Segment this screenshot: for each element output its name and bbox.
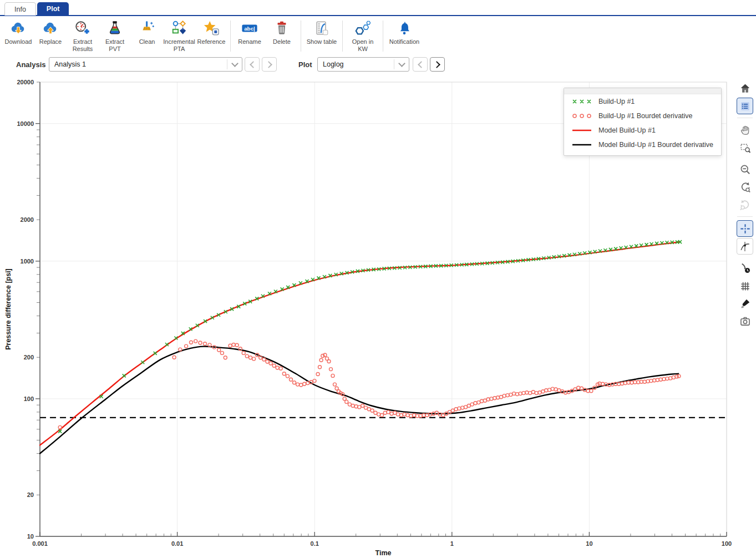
svg-text:Time: Time — [376, 549, 392, 557]
toolbar-separator — [342, 21, 343, 52]
flask-icon — [106, 20, 123, 37]
zoom-box-tool-button[interactable] — [737, 139, 753, 156]
tab-plot[interactable]: Plot — [37, 2, 69, 15]
plot-prev-button[interactable] — [413, 57, 428, 72]
chevron-right-icon — [265, 61, 272, 68]
svg-text:1: 1 — [450, 540, 454, 547]
analysis-next-button[interactable] — [262, 57, 277, 72]
home-icon — [739, 83, 751, 94]
redo-zoom-icon — [739, 199, 751, 211]
marquee-zoom-icon — [739, 142, 751, 154]
snapshot-tool-button[interactable] — [737, 313, 753, 329]
notification-button[interactable]: Notification — [386, 18, 423, 45]
legend-item-model[interactable]: Model Build-Up #1 — [564, 123, 721, 138]
extract-results-label: Extract Results — [67, 38, 99, 53]
legend-item-buildup[interactable]: Build-Up #1 — [564, 94, 721, 109]
svg-text:10000: 10000 — [17, 120, 34, 127]
svg-text:100: 100 — [722, 540, 732, 547]
show-table-button[interactable]: Show table — [304, 18, 339, 45]
svg-text:10: 10 — [586, 540, 592, 547]
svg-text:10: 10 — [27, 533, 34, 540]
extract-pvt-label: Extract PVT — [99, 38, 131, 53]
time-marker-tool-button[interactable] — [737, 260, 753, 276]
rename-abc-icon: abc| — [241, 20, 258, 37]
legend-marker-line-icon — [571, 142, 593, 148]
plot-label: Plot — [298, 60, 312, 69]
svg-text:2000: 2000 — [21, 216, 34, 223]
chevron-left-icon — [418, 61, 425, 68]
chevron-right-icon — [433, 61, 440, 68]
svg-text:abc|: abc| — [244, 26, 255, 32]
star-badge-icon — [203, 20, 220, 37]
tangent-tool-button[interactable] — [737, 238, 753, 255]
zoom-undo-tool-button[interactable] — [737, 179, 753, 195]
toolbar-separator — [383, 21, 383, 52]
extract-pvt-button[interactable]: Extract PVT — [99, 18, 131, 53]
download-label: Download — [2, 38, 34, 45]
home-tool-button[interactable] — [737, 80, 753, 97]
tools-separator — [737, 118, 753, 118]
table-curve-icon — [313, 20, 330, 37]
legend-tool-button[interactable] — [737, 98, 753, 114]
pan-tool-button[interactable] — [737, 121, 753, 138]
show-table-label: Show table — [306, 38, 338, 45]
crosshair-tool-button[interactable] — [737, 220, 753, 237]
hand-icon — [739, 124, 751, 136]
grid-tool-button[interactable] — [737, 277, 753, 294]
incremental-pta-label: Incremental PTA — [163, 38, 195, 53]
rename-button[interactable]: abc| Rename — [234, 18, 266, 45]
legend-item-model-derivative[interactable]: Model Build-Up #1 Bourdet derivative — [564, 138, 721, 152]
clean-label: Clean — [131, 38, 163, 45]
svg-text:0.1: 0.1 — [311, 540, 319, 547]
clean-button[interactable]: Clean — [131, 18, 163, 45]
analysis-select[interactable]: Analysis 1 — [49, 57, 242, 72]
zoom-out-tool-button[interactable] — [737, 161, 753, 177]
controls-row: Analysis Analysis 1 Plot Loglog — [0, 56, 756, 73]
legend-marker-x-icon — [571, 99, 593, 104]
reference-button[interactable]: Reference — [195, 18, 227, 45]
main-toolbar: Download Replace Extract Results — [2, 18, 423, 55]
open-in-kw-button[interactable]: Open in KW — [346, 18, 380, 53]
trash-icon — [273, 20, 290, 37]
legend-marker-circle-icon — [571, 113, 593, 119]
chart-area[interactable]: 0.0010.010.11101001020100200100020001000… — [0, 78, 756, 558]
download-button[interactable]: Download — [2, 18, 34, 45]
extract-results-button[interactable]: Extract Results — [67, 18, 99, 53]
style-brush-tool-button[interactable] — [737, 295, 753, 312]
zoom-redo-tool-button[interactable] — [737, 196, 753, 213]
clock-plus-icon — [74, 20, 91, 37]
undo-zoom-icon — [739, 181, 751, 193]
delete-button[interactable]: Delete — [266, 18, 298, 45]
tab-info[interactable]: Info — [4, 2, 36, 16]
plot-select[interactable]: Loglog — [317, 57, 409, 72]
tools-separator — [737, 216, 753, 217]
rename-label: Rename — [234, 38, 266, 45]
legend-label: Model Build-Up #1 Bourdet derivative — [598, 141, 713, 149]
pointer-clock-icon — [739, 262, 751, 274]
replace-button[interactable]: Replace — [34, 18, 67, 45]
incremental-pta-button[interactable]: Incremental PTA — [163, 18, 195, 53]
chart-legend[interactable]: Build-Up #1 Build-Up #1 Bourdet derivati… — [564, 88, 722, 156]
tab-underline — [0, 15, 756, 16]
tangent-curve-icon — [739, 241, 751, 252]
toolbar-separator — [230, 21, 231, 52]
analysis-label: Analysis — [16, 60, 45, 69]
crosshair-icon — [739, 223, 751, 235]
legend-marker-line-icon — [571, 128, 593, 133]
legend-drag-handle[interactable] — [564, 88, 721, 94]
chevron-down-icon — [394, 59, 409, 69]
plot-next-button[interactable] — [430, 57, 445, 72]
delete-label: Delete — [266, 38, 298, 45]
svg-text:20000: 20000 — [17, 79, 34, 85]
tab-bar: Info Plot — [4, 2, 69, 16]
toolbar-separator — [301, 21, 301, 52]
svg-text:Pressure difference [psi]: Pressure difference [psi] — [4, 268, 12, 350]
reference-label: Reference — [195, 38, 227, 45]
svg-text:20: 20 — [27, 491, 34, 498]
analysis-prev-button[interactable] — [245, 57, 260, 72]
chevron-left-icon — [250, 61, 257, 68]
grid-icon — [739, 280, 751, 292]
svg-text:0.001: 0.001 — [32, 540, 48, 547]
svg-text:0.01: 0.01 — [171, 540, 183, 547]
legend-item-derivative[interactable]: Build-Up #1 Bourdet derivative — [564, 109, 721, 123]
